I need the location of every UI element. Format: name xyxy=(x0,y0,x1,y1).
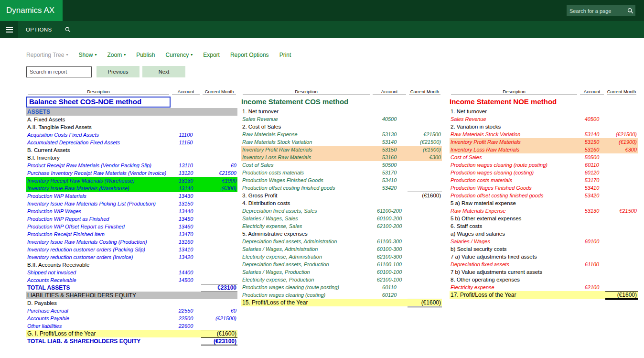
page-search-box[interactable] xyxy=(567,5,635,16)
row-account xyxy=(371,230,408,238)
row-account: 60110 xyxy=(371,283,408,291)
row-value xyxy=(605,283,638,291)
report-row: B.I. Inventory xyxy=(26,154,237,162)
row-account: 14400 xyxy=(171,269,201,276)
previous-button[interactable]: Previous xyxy=(97,66,140,77)
row-value xyxy=(201,139,237,146)
row-description: Accounts Payable xyxy=(26,315,171,322)
row-description: a) Wages and salaries xyxy=(450,230,579,238)
row-account: 62100-100 xyxy=(371,276,408,283)
toolbar-report-options[interactable]: Report Options xyxy=(230,52,269,58)
report-row: Production WIP Offset Report as Finished… xyxy=(26,223,237,230)
row-account: 60100 xyxy=(579,238,605,245)
row-description: Purchase Accrual xyxy=(26,307,171,315)
row-description: TOTAL LIAB. & SHAREHOLDERS EQUITY xyxy=(26,337,171,345)
row-value xyxy=(201,299,237,307)
row-account xyxy=(579,291,605,299)
report-balance-sheet-cos-noe: DescriptionAccountCurrent MonthBalance S… xyxy=(26,89,237,346)
toolbar-currency[interactable]: Currency▾ xyxy=(166,52,193,58)
report-row: D. Payables xyxy=(26,299,237,307)
report-row: Inventory reduction customer orders (Pac… xyxy=(26,246,237,253)
row-description: 15. Profit/Loss of the Year xyxy=(241,299,371,306)
next-button[interactable]: Next xyxy=(142,66,185,77)
row-value xyxy=(408,268,442,276)
row-description: A.II. Tangible Fixed Assets xyxy=(26,123,171,131)
row-description: Production WIP Materials xyxy=(26,192,171,200)
row-value xyxy=(408,276,442,283)
col-header-current-month: Current Month xyxy=(409,89,440,95)
row-account: 40500 xyxy=(371,115,408,123)
row-account: 13140 xyxy=(171,184,201,192)
toolbar-reporting-tree[interactable]: Reporting Tree▾ xyxy=(26,52,68,58)
toolbar-print[interactable]: Print xyxy=(279,52,291,58)
report-row: Raw Materials Expense53130€21500 xyxy=(241,130,442,138)
report-row: Production Wages Finished Goods53410 xyxy=(450,184,638,192)
row-value xyxy=(605,161,638,169)
hamburger-menu-icon[interactable] xyxy=(0,21,18,38)
toolbar-show[interactable]: Show▾ xyxy=(78,52,97,58)
row-account: 62100-300 xyxy=(371,253,408,260)
report-row: Inventory Issue Raw Materials (Warehouse… xyxy=(26,184,237,192)
search-icon xyxy=(65,27,71,33)
search-icon[interactable] xyxy=(625,6,635,16)
row-description: Inventory Profit Raw Materials xyxy=(241,146,371,153)
row-value xyxy=(605,184,638,192)
row-account: 60100-300 xyxy=(371,245,408,253)
report-row: G. I. Profit/Loss of the Year(€1600) xyxy=(26,330,237,337)
app-logo[interactable]: Dynamics AX xyxy=(0,0,63,21)
row-value xyxy=(201,123,237,131)
row-description: 1. Net turnover xyxy=(241,108,371,115)
row-value xyxy=(605,238,638,245)
row-description: Production costs materials xyxy=(241,169,371,176)
row-value xyxy=(201,215,237,223)
toolbar-export[interactable]: Export xyxy=(203,52,220,58)
row-description: 8. Other operating expenses xyxy=(450,276,579,283)
row-account xyxy=(171,261,201,269)
report-row: 4. Distribution costs xyxy=(241,199,442,207)
row-description: 2. Cost of Sales xyxy=(241,123,371,130)
row-value: (€21500) xyxy=(408,138,442,146)
report-search-input[interactable] xyxy=(26,66,92,77)
col-header-current-month: Current Month xyxy=(203,89,236,95)
row-account xyxy=(371,199,408,207)
search-icon xyxy=(627,8,633,14)
row-value: (€1900) xyxy=(605,138,638,146)
row-value xyxy=(605,222,638,230)
col-header-account: Account xyxy=(373,89,406,95)
row-description: Raw Materials Stock Variation xyxy=(450,130,579,138)
row-description: Production wages clearing (costing) xyxy=(450,169,579,176)
report-row: 2. Cost of Sales xyxy=(241,123,442,130)
column-header-row: DescriptionAccountCurrent Month xyxy=(26,89,237,96)
reports-area: DescriptionAccountCurrent MonthBalance S… xyxy=(26,89,644,346)
page-search-input[interactable] xyxy=(567,5,625,16)
report-row: Depreciation fixed assets, Sales61100-20… xyxy=(241,207,442,215)
report-row: Production WIP Materials13430 xyxy=(26,192,237,200)
row-description: Cost of Sales xyxy=(450,153,579,161)
row-value xyxy=(408,115,442,123)
row-account xyxy=(171,154,201,162)
report-title: Income Statement NOE method xyxy=(450,98,557,106)
report-row: Inventory Receipt Raw Materials (Warehou… xyxy=(26,177,237,184)
nav-search-icon[interactable] xyxy=(63,24,73,35)
row-value xyxy=(408,291,442,299)
report-row: Production wages clearing (costing)60120 xyxy=(241,291,442,299)
nav-options-tab[interactable]: OPTIONS xyxy=(26,27,52,33)
row-description: Inventory reduction customer orders (Pac… xyxy=(26,246,171,253)
row-value xyxy=(201,192,237,200)
row-description: Electricity expense, Administration xyxy=(241,253,371,260)
row-value xyxy=(408,253,442,260)
row-description: Production WIP Wages xyxy=(26,207,171,215)
row-value xyxy=(201,154,237,162)
row-description: Production WIP Report as Finished xyxy=(26,215,171,223)
toolbar-item-label: Export xyxy=(203,52,220,58)
row-description: 7 b) Value adjustments current assets xyxy=(450,268,579,276)
chevron-down-icon: ▾ xyxy=(191,53,193,57)
report-row: Salaries / Wages, Sales60100-200 xyxy=(241,215,442,222)
row-description: 4. Distribution costs xyxy=(241,199,371,207)
row-account xyxy=(171,299,201,307)
row-value xyxy=(201,200,237,207)
row-description: Raw Materials Stock Variation xyxy=(241,138,371,146)
toolbar-publish[interactable]: Publish xyxy=(136,52,155,58)
toolbar-zoom[interactable]: Zoom▾ xyxy=(107,52,126,58)
toolbar-item-label: Currency xyxy=(166,52,189,58)
